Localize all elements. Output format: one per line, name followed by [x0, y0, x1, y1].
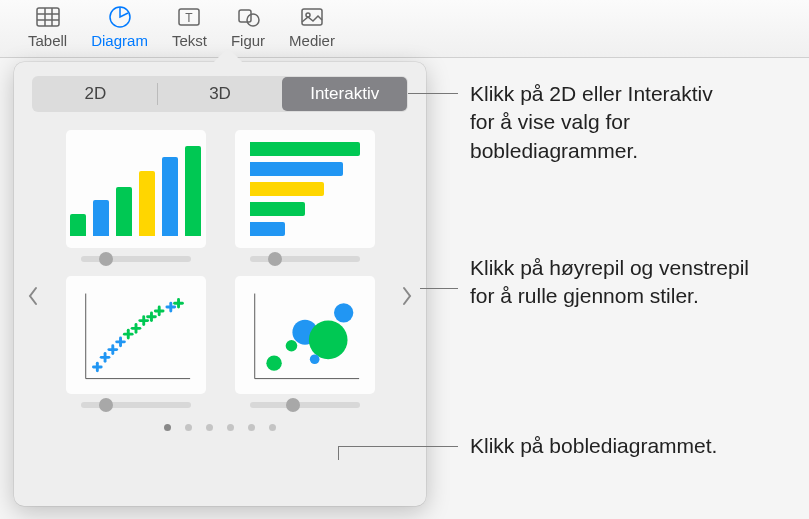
- chart-thumb-bar: [235, 130, 375, 248]
- callout-leader: [420, 288, 458, 289]
- chart-thumb-column: [66, 130, 206, 248]
- table-icon: [34, 4, 62, 30]
- toolbar-label: Diagram: [91, 32, 148, 49]
- svg-point-38: [266, 355, 281, 370]
- tab-3d[interactable]: 3D: [158, 77, 283, 111]
- callout-leader: [408, 93, 458, 94]
- toolbar: Tabell Diagram T Tekst Figur Medier: [0, 0, 809, 58]
- next-arrow-icon[interactable]: [396, 280, 418, 312]
- callout-tabs: Klikk på 2D eller Interaktiv for å vise …: [470, 80, 730, 165]
- callout-arrows: Klikk på høyrepil og venstrepil for å ru…: [470, 254, 770, 311]
- page-dot[interactable]: [248, 424, 255, 431]
- callout-leader: [338, 446, 458, 447]
- toolbar-label: Tabell: [28, 32, 67, 49]
- chart-thumb-bubble: [235, 276, 375, 394]
- toolbar-item-shape[interactable]: Figur: [231, 4, 265, 49]
- chart-style-column[interactable]: [62, 130, 209, 262]
- svg-rect-0: [37, 8, 59, 26]
- svg-point-9: [247, 14, 259, 26]
- svg-point-43: [309, 354, 319, 364]
- tab-interactive[interactable]: Interaktiv: [282, 77, 407, 111]
- svg-point-41: [308, 321, 347, 360]
- toolbar-label: Tekst: [172, 32, 207, 49]
- page-dot[interactable]: [185, 424, 192, 431]
- chart-style-bubble[interactable]: [231, 276, 378, 408]
- style-slider[interactable]: [81, 256, 191, 262]
- tab-2d[interactable]: 2D: [33, 77, 158, 111]
- text-icon: T: [175, 4, 203, 30]
- toolbar-item-chart[interactable]: Diagram: [91, 4, 148, 49]
- toolbar-label: Figur: [231, 32, 265, 49]
- chart-style-scatter[interactable]: [62, 276, 209, 408]
- chart-grid: [32, 130, 408, 408]
- chart-popover: 2D 3D Interaktiv: [14, 62, 426, 506]
- page-dot[interactable]: [206, 424, 213, 431]
- chart-thumb-scatter: [66, 276, 206, 394]
- svg-point-39: [285, 340, 297, 352]
- chart-style-bar[interactable]: [231, 130, 378, 262]
- style-slider[interactable]: [250, 256, 360, 262]
- style-slider[interactable]: [81, 402, 191, 408]
- svg-text:T: T: [186, 11, 194, 25]
- toolbar-item-table[interactable]: Tabell: [28, 4, 67, 49]
- page-dot[interactable]: [164, 424, 171, 431]
- page-indicator[interactable]: [32, 424, 408, 431]
- callout-leader: [338, 446, 339, 460]
- shape-icon: [234, 4, 262, 30]
- toolbar-item-media[interactable]: Medier: [289, 4, 335, 49]
- page-dot[interactable]: [269, 424, 276, 431]
- prev-arrow-icon[interactable]: [22, 280, 44, 312]
- media-icon: [298, 4, 326, 30]
- chart-icon: [106, 4, 134, 30]
- toolbar-label: Medier: [289, 32, 335, 49]
- toolbar-item-text[interactable]: T Tekst: [172, 4, 207, 49]
- page-dot[interactable]: [227, 424, 234, 431]
- style-slider[interactable]: [250, 402, 360, 408]
- segment-control: 2D 3D Interaktiv: [32, 76, 408, 112]
- svg-point-42: [334, 303, 353, 322]
- callout-bubble: Klikk på boblediagrammet.: [470, 432, 750, 460]
